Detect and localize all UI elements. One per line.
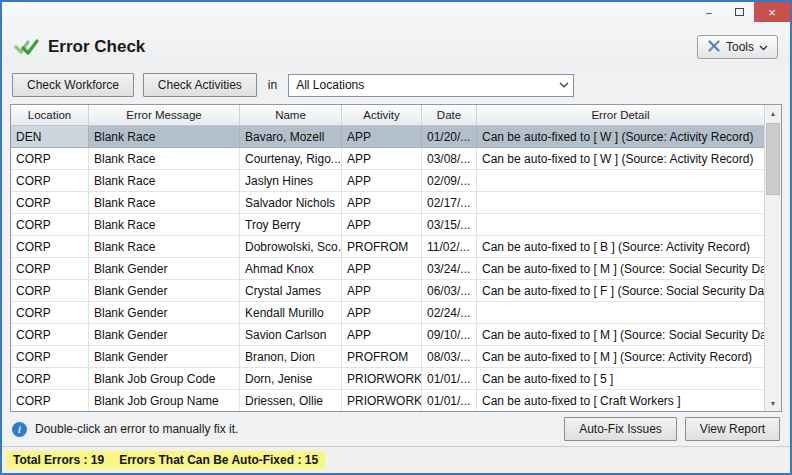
auto-fixable-text: Errors That Can Be Auto-Fixed : 15 — [119, 453, 318, 467]
close-button[interactable]: × — [754, 2, 790, 22]
table-row[interactable]: CORPBlank Job Group NameDriessen, OllieP… — [11, 390, 764, 411]
table-cell: Blank Race — [89, 126, 240, 147]
double-check-icon — [14, 36, 40, 58]
table-cell: Kendall Murillo — [240, 302, 342, 323]
table-cell: 03/08/... — [422, 148, 477, 169]
table-cell: CORP — [11, 192, 89, 213]
table-header-row: LocationError MessageNameActivityDateErr… — [11, 105, 764, 126]
table-row[interactable]: CORPBlank GenderSavion CarlsonAPP09/10/.… — [11, 324, 764, 346]
vertical-scrollbar[interactable]: ▲ ▼ — [764, 105, 781, 411]
table-cell — [477, 302, 764, 323]
table-cell — [477, 214, 764, 235]
table-row[interactable]: CORPBlank RaceCourtenay, Rigo...APP03/08… — [11, 148, 764, 170]
scroll-down-button[interactable]: ▼ — [765, 395, 781, 411]
info-icon: i — [12, 422, 27, 437]
column-header-error-detail[interactable]: Error Detail — [477, 105, 764, 125]
table-cell: Courtenay, Rigo... — [240, 148, 342, 169]
table-cell: Can be auto-fixed to [ M ] (Source: Acti… — [477, 346, 764, 367]
table-cell: CORP — [11, 214, 89, 235]
table-cell: APP — [342, 170, 422, 191]
table-cell: Bavaro, Mozell — [240, 126, 342, 147]
table-cell: Blank Job Group Name — [89, 390, 240, 411]
table-cell: Ahmad Knox — [240, 258, 342, 279]
check-activities-button[interactable]: Check Activities — [143, 73, 257, 97]
table-row[interactable]: CORPBlank RaceTroy BerryAPP03/15/... — [11, 214, 764, 236]
table-cell: CORP — [11, 390, 89, 411]
scroll-up-button[interactable]: ▲ — [765, 105, 781, 121]
column-header-date[interactable]: Date — [422, 105, 477, 125]
table-row[interactable]: CORPBlank GenderBranon, DionPROFROM08/03… — [11, 346, 764, 368]
close-icon: × — [768, 5, 776, 20]
table-cell: Branon, Dion — [240, 346, 342, 367]
column-header-name[interactable]: Name — [240, 105, 342, 125]
table-cell: Blank Race — [89, 192, 240, 213]
table-cell: Dobrowolski, Sco... — [240, 236, 342, 257]
table-cell: Blank Gender — [89, 346, 240, 367]
page-title: Error Check — [48, 37, 145, 57]
table-row[interactable]: CORPBlank RaceJaslyn HinesAPP02/09/... — [11, 170, 764, 192]
auto-fix-issues-button[interactable]: Auto-Fix Issues — [564, 417, 677, 441]
table-cell: Can be auto-fixed to [ M ] (Source: Soci… — [477, 258, 764, 279]
minimize-button[interactable]: – — [694, 2, 724, 22]
table-row[interactable]: CORPBlank RaceDobrowolski, Sco...PROFROM… — [11, 236, 764, 258]
table-cell: 03/24/... — [422, 258, 477, 279]
window-controls: – × — [694, 2, 790, 22]
table-cell: PRIORWORKF... — [342, 390, 422, 411]
maximize-icon — [735, 8, 744, 16]
table-cell: Can be auto-fixed to [ 5 ] — [477, 368, 764, 389]
table-cell: CORP — [11, 236, 89, 257]
in-label: in — [268, 78, 277, 92]
maximize-button[interactable] — [724, 2, 754, 22]
titlebar: – × — [2, 2, 790, 28]
table-cell: 02/09/... — [422, 170, 477, 191]
table-row[interactable]: CORPBlank RaceSalvador NicholsAPP02/17/.… — [11, 192, 764, 214]
tools-button[interactable]: Tools — [697, 35, 778, 59]
table-row[interactable]: CORPBlank GenderKendall MurilloAPP02/24/… — [11, 302, 764, 324]
table-cell: Can be auto-fixed to [ B ] (Source: Acti… — [477, 236, 764, 257]
column-header-error-message[interactable]: Error Message — [89, 105, 240, 125]
tools-icon — [707, 39, 721, 56]
table-cell: Can be auto-fixed to [ M ] (Source: Soci… — [477, 324, 764, 345]
scroll-thumb[interactable] — [766, 123, 780, 195]
location-dropdown[interactable]: All Locations — [288, 74, 574, 97]
location-dropdown-value: All Locations — [296, 78, 364, 92]
table-cell: Dorn, Jenise — [240, 368, 342, 389]
table-cell: Can be auto-fixed to [ W ] (Source: Acti… — [477, 126, 764, 147]
table-cell: 09/10/... — [422, 324, 477, 345]
status-bar: Total Errors : 19 Errors That Can Be Aut… — [2, 446, 790, 473]
table-cell: Blank Race — [89, 170, 240, 191]
column-header-location[interactable]: Location — [11, 105, 89, 125]
column-header-activity[interactable]: Activity — [342, 105, 422, 125]
toolbar: Check Workforce Check Activities in All … — [2, 66, 790, 104]
check-workforce-button[interactable]: Check Workforce — [12, 73, 134, 97]
table-cell: CORP — [11, 258, 89, 279]
table-cell: Blank Race — [89, 148, 240, 169]
table-grid: LocationError MessageNameActivityDateErr… — [11, 105, 764, 411]
minimize-icon: – — [706, 6, 712, 18]
table-cell: PROFROM — [342, 346, 422, 367]
table-cell: 01/20/... — [422, 126, 477, 147]
table-cell: PROFROM — [342, 236, 422, 257]
tools-label: Tools — [726, 40, 754, 54]
scroll-track[interactable] — [765, 121, 781, 395]
table-cell: Blank Gender — [89, 258, 240, 279]
table-cell: 01/01/... — [422, 390, 477, 411]
table-row[interactable]: DENBlank RaceBavaro, MozellAPP01/20/...C… — [11, 126, 764, 148]
table-row[interactable]: CORPBlank GenderAhmad KnoxAPP03/24/...Ca… — [11, 258, 764, 280]
table-cell: Salvador Nichols — [240, 192, 342, 213]
table-cell: 03/15/... — [422, 214, 477, 235]
footer: i Double-click an error to manually fix … — [2, 412, 790, 446]
table-cell: APP — [342, 192, 422, 213]
table-row[interactable]: CORPBlank Job Group CodeDorn, JenisePRIO… — [11, 368, 764, 390]
view-report-button[interactable]: View Report — [685, 417, 780, 441]
table-cell: CORP — [11, 170, 89, 191]
table-cell: PRIORWORKF... — [342, 368, 422, 389]
table-cell: Can be auto-fixed to [ F ] (Source: Soci… — [477, 280, 764, 301]
table-cell: Savion Carlson — [240, 324, 342, 345]
table-cell: 06/03/... — [422, 280, 477, 301]
table-cell: CORP — [11, 148, 89, 169]
chevron-down-icon — [759, 40, 768, 54]
table-row[interactable]: CORPBlank GenderCrystal JamesAPP06/03/..… — [11, 280, 764, 302]
table-cell: Blank Gender — [89, 324, 240, 345]
table-cell: CORP — [11, 280, 89, 301]
